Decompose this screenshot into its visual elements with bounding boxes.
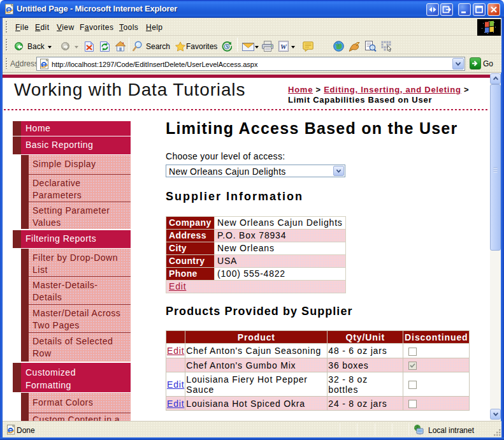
svg-text:W: W bbox=[280, 43, 287, 50]
